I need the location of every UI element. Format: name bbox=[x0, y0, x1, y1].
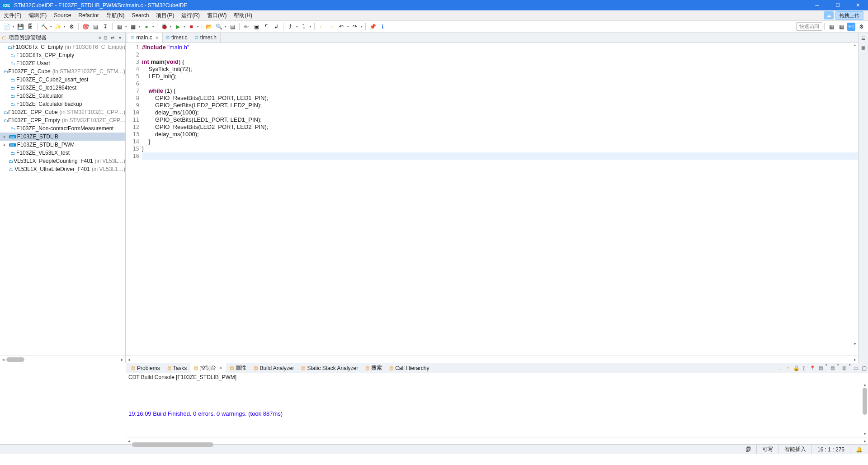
wrap-icon[interactable]: ↲ bbox=[272, 23, 280, 31]
open-console-icon[interactable]: ▤ bbox=[828, 363, 836, 373]
nav-forward-icon[interactable] bbox=[327, 23, 335, 31]
step-icon[interactable]: ↧ bbox=[101, 23, 109, 31]
perspective-c-icon[interactable]: ▦ bbox=[827, 23, 835, 31]
scroll-down-icon[interactable] bbox=[776, 363, 784, 373]
scroll-right-icon[interactable]: ▸ bbox=[862, 439, 868, 443]
run-dropdown[interactable]: ▾ bbox=[183, 25, 186, 28]
sfr-icon[interactable]: ▦ bbox=[129, 23, 137, 31]
window-minimize-button[interactable]: ─ bbox=[807, 0, 827, 10]
project-tree-item[interactable]: 🗀F103ZE_Calculator backup bbox=[0, 100, 125, 108]
bottom-tab[interactable]: ▤Static Stack Analyzer bbox=[297, 363, 362, 373]
project-tree-item[interactable]: 🗀F103ZE_C_lcd12864test bbox=[0, 84, 125, 92]
save-all-icon[interactable] bbox=[26, 23, 34, 31]
run-icon[interactable] bbox=[174, 23, 182, 31]
project-tree-item[interactable]: 🗀VL53L1X_PeopleCounting_F401(in VL53L…) bbox=[0, 157, 125, 165]
menu-item[interactable]: 运行(R) bbox=[178, 10, 203, 20]
project-tree-item[interactable]: 🗀F103ZE Usart bbox=[0, 59, 125, 67]
console-vscrollbar[interactable]: ▴ ▾ bbox=[862, 381, 868, 437]
link-editor-icon[interactable]: ⇄ bbox=[109, 35, 116, 40]
open-type-icon[interactable]: 📂 bbox=[205, 23, 213, 31]
bottom-tab[interactable]: ▤Call Hierarchy bbox=[386, 363, 433, 373]
console-content[interactable]: 19:16:09 Build Finished. 0 errors, 0 war… bbox=[126, 381, 868, 437]
last-edit-icon[interactable] bbox=[337, 23, 345, 31]
new-icon[interactable] bbox=[3, 23, 11, 31]
maximize-panel-icon[interactable] bbox=[860, 363, 868, 373]
project-tree-item[interactable]: 🗀F103ZE_C_Cube(in STM32F103ZE_C_STM…) bbox=[0, 67, 125, 76]
project-tree-item[interactable]: ▸IDEF103ZE_STDLIB bbox=[0, 133, 125, 141]
editor-hscrollbar[interactable]: ◂ ▸ bbox=[126, 356, 858, 363]
code-editor[interactable]: 12345678910111213141516 #include "main.h… bbox=[126, 43, 858, 356]
bottom-tab[interactable]: ▤Build Analyzer bbox=[250, 363, 297, 373]
info-icon[interactable] bbox=[378, 23, 387, 31]
editor-vscrollbar[interactable]: ▴ ▾ bbox=[852, 43, 858, 348]
quick-access-input[interactable]: 快速访问 bbox=[796, 22, 822, 31]
editor-tab[interactable]: ©timer.h bbox=[191, 33, 220, 43]
debug-dropdown[interactable]: ▾ bbox=[169, 25, 173, 28]
scroll-up-icon[interactable]: ▴ bbox=[862, 381, 868, 388]
lock-scroll-icon[interactable] bbox=[792, 363, 800, 373]
highlight-icon[interactable]: ✏ bbox=[242, 23, 250, 31]
chip-icon[interactable] bbox=[115, 23, 123, 31]
scroll-up-icon[interactable] bbox=[784, 363, 792, 373]
project-tree-item[interactable]: 🗀VL53L1X_UltraLiteDriver_F401(in VL53L1…… bbox=[0, 165, 125, 173]
bottom-tab[interactable]: ▤搜索 bbox=[362, 363, 386, 373]
scroll-left-icon[interactable]: ◂ bbox=[0, 357, 6, 362]
perspective-mx-icon[interactable]: MX bbox=[847, 23, 855, 31]
editor-tab[interactable]: ©timer.c bbox=[163, 33, 192, 43]
build-config-icon[interactable] bbox=[67, 23, 75, 31]
close-tab-icon[interactable]: ✕ bbox=[219, 365, 222, 370]
project-tree-item[interactable]: 🗀F103ZE_Calculator bbox=[0, 92, 125, 100]
menu-item[interactable]: Refactor bbox=[75, 10, 102, 20]
panel-close-icon[interactable]: ✕ bbox=[98, 35, 102, 40]
breakpoint-icon[interactable] bbox=[142, 23, 151, 31]
cloud-upload-icon[interactable]: ☁ bbox=[824, 11, 834, 19]
outline-icon[interactable]: ☰ bbox=[859, 34, 867, 42]
save-icon[interactable] bbox=[16, 23, 24, 31]
bottom-tab[interactable]: ▤控制台✕ bbox=[190, 363, 226, 373]
upload-button[interactable]: 拖拽上传 bbox=[835, 11, 863, 20]
window-maximize-button[interactable]: ☐ bbox=[827, 0, 848, 10]
menu-item[interactable]: 文件(F) bbox=[0, 10, 25, 20]
scroll-down-icon[interactable]: ▾ bbox=[862, 431, 868, 437]
scroll-left-icon[interactable]: ◂ bbox=[126, 357, 132, 362]
scroll-right-icon[interactable]: ▸ bbox=[852, 357, 858, 362]
window-close-button[interactable]: ✕ bbox=[848, 0, 868, 10]
clear-console-icon[interactable]: ▯ bbox=[800, 363, 808, 373]
new-console-icon[interactable]: ▥ bbox=[840, 363, 848, 373]
project-tree-item[interactable]: 🗀F103C8Tx_CPP_Empty bbox=[0, 51, 125, 59]
display-selected-icon[interactable]: ▤ bbox=[816, 363, 825, 373]
menu-item[interactable]: Source bbox=[50, 10, 75, 20]
project-tree-item[interactable]: 🗀F103ZE_CPP_Empty(in STM32F103ZE_CPP…) bbox=[0, 116, 125, 124]
status-updates-icon[interactable]: 🔔 bbox=[850, 445, 868, 454]
menu-item[interactable]: Search bbox=[128, 10, 152, 20]
build-targets-icon[interactable]: ▦ bbox=[859, 44, 867, 52]
bottom-tab[interactable]: ▤Problems bbox=[127, 363, 164, 373]
menu-item[interactable]: 窗口(W) bbox=[203, 10, 230, 20]
perspective-settings-icon[interactable] bbox=[857, 23, 865, 31]
console-hscrollbar[interactable]: ◂ ▸ bbox=[126, 437, 868, 444]
project-tree-item[interactable]: 🗀F103ZE_Non-contactFormMeasurement bbox=[0, 124, 125, 133]
build-icon[interactable] bbox=[40, 23, 48, 31]
project-tree-item[interactable]: 🗀F103ZE_C_Cube2_usart_test bbox=[0, 76, 125, 84]
project-tree-item[interactable]: 🗀F103C8Tx_C_Empty(in F103C8T6_C_Empty) bbox=[0, 43, 125, 51]
search-icon[interactable] bbox=[215, 23, 223, 31]
editor-tab[interactable]: ©main.c✕ bbox=[127, 33, 163, 43]
open-element-icon[interactable]: ▤ bbox=[228, 23, 236, 31]
target-icon[interactable]: 🎯 bbox=[81, 23, 90, 31]
show-whitespace-icon[interactable]: ¶ bbox=[262, 23, 270, 31]
view-menu-icon[interactable]: ▾ bbox=[116, 35, 123, 40]
sidebar-hscrollbar[interactable]: ◂ ▸ bbox=[0, 356, 125, 363]
open-console-icon[interactable] bbox=[91, 23, 99, 31]
menu-item[interactable]: 帮助(H) bbox=[230, 10, 256, 20]
nav-back-icon[interactable] bbox=[317, 23, 326, 31]
redo-icon[interactable] bbox=[351, 23, 359, 31]
stop-icon[interactable] bbox=[187, 23, 195, 31]
next-annotation-icon[interactable] bbox=[300, 23, 308, 31]
status-save-icon[interactable]: 🗐 bbox=[740, 445, 756, 454]
menu-item[interactable]: 项目(P) bbox=[152, 10, 178, 20]
perspective-debug-icon[interactable]: ▦ bbox=[837, 23, 845, 31]
pin-console-icon[interactable]: 📍 bbox=[808, 363, 816, 373]
build-all-icon[interactable] bbox=[54, 23, 62, 31]
menu-item[interactable]: 编辑(E) bbox=[25, 10, 50, 20]
scroll-up-icon[interactable]: ▴ bbox=[852, 43, 858, 49]
